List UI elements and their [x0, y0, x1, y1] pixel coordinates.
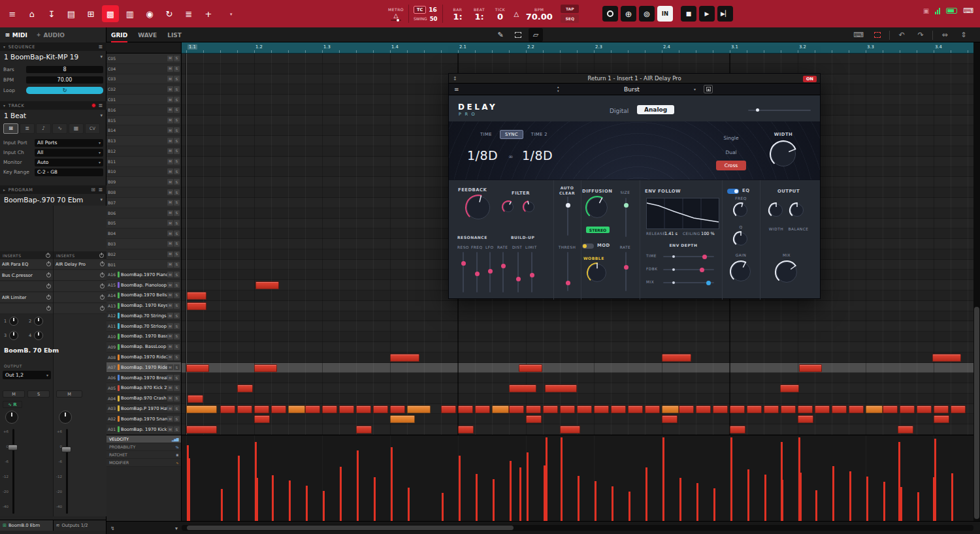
velocity-bar[interactable]: [357, 450, 359, 521]
home-icon[interactable]: ⌂: [24, 5, 41, 22]
row-solo-button[interactable]: S: [174, 189, 180, 195]
automation-lane-icon[interactable]: ↯: [110, 526, 115, 531]
ceiling-value[interactable]: 100 %: [701, 231, 715, 236]
insert-slot[interactable]: AIR Para EQ: [0, 259, 53, 270]
diffusion-knob[interactable]: [585, 195, 610, 223]
tab-outputs-strip[interactable]: ≋ Outputs 1/2: [54, 520, 107, 531]
midi-note[interactable]: [186, 405, 217, 413]
row-mute-button[interactable]: M: [167, 385, 173, 391]
row-solo-button[interactable]: S: [174, 426, 180, 432]
filter-low-knob[interactable]: [501, 200, 515, 217]
env-follow-graph[interactable]: [646, 198, 719, 229]
track-row[interactable]: A11BoomBap.70 StrloopMS: [106, 321, 181, 332]
row-mute-button[interactable]: M: [167, 282, 173, 288]
midi-note[interactable]: [509, 385, 536, 392]
midi-note[interactable]: [560, 405, 575, 413]
midi-note[interactable]: [373, 405, 388, 413]
lane-tab-probability[interactable]: PROBABILITY%: [106, 443, 181, 451]
row-solo-button[interactable]: S: [174, 282, 180, 288]
velocity-bar[interactable]: [898, 442, 900, 521]
row-mute-button[interactable]: M: [167, 262, 173, 268]
tick-value[interactable]: 0: [497, 12, 503, 21]
track-row[interactable]: C02MS: [106, 84, 181, 95]
tc-button[interactable]: TC: [414, 6, 426, 14]
row-solo-button[interactable]: S: [174, 148, 180, 154]
velocity-bar[interactable]: [340, 467, 342, 521]
power-icon[interactable]: [46, 262, 51, 266]
track-row[interactable]: C03MS: [106, 74, 181, 85]
midi-note[interactable]: [662, 415, 678, 423]
knob[interactable]: [34, 331, 43, 340]
row-solo-button[interactable]: S: [174, 138, 180, 144]
row-mute-button[interactable]: M: [167, 86, 173, 92]
scrollbar-thumb[interactable]: [974, 307, 979, 519]
link-icon[interactable]: ∞: [508, 153, 514, 160]
row-mute-button[interactable]: M: [167, 334, 173, 339]
keyboard-audition-icon[interactable]: ⌨: [851, 28, 866, 42]
zoom-horizontal-icon[interactable]: ⇔: [938, 28, 952, 42]
program-menu-icon[interactable]: ≣: [99, 187, 103, 193]
midi-note[interactable]: [611, 405, 626, 413]
chevron-down-icon[interactable]: ▾: [3, 103, 6, 108]
bars-field[interactable]: 8: [26, 66, 103, 73]
grid-row-lane[interactable]: [182, 383, 973, 394]
overdub-button[interactable]: ⊕: [621, 6, 636, 22]
lane-tab-modifier[interactable]: MODIFIER∿: [106, 459, 181, 467]
add-view-icon[interactable]: +: [200, 5, 217, 22]
auto-clear-slider[interactable]: [567, 196, 568, 236]
velocity-bar[interactable]: [527, 452, 529, 521]
midi-note[interactable]: [390, 354, 419, 362]
midi-note[interactable]: [866, 405, 883, 413]
grid-row-lane[interactable]: [182, 321, 973, 332]
row-solo-button[interactable]: S: [174, 303, 180, 309]
midi-note[interactable]: [322, 405, 337, 413]
freq-slider[interactable]: [476, 252, 478, 292]
midi-note[interactable]: [628, 405, 643, 413]
output-select[interactable]: Out 1,2 ▾: [3, 371, 51, 379]
track-row[interactable]: A01BoomBap. 1970 KickMS: [106, 424, 181, 435]
row-solo-button[interactable]: S: [174, 200, 180, 206]
row-solo-button[interactable]: S: [174, 118, 180, 123]
row-mute-button[interactable]: M: [167, 200, 173, 206]
insert-slot-empty[interactable]: [54, 304, 106, 314]
sampler-icon[interactable]: ◉: [141, 5, 158, 22]
program-mute-button[interactable]: M: [56, 390, 82, 398]
bpm-value[interactable]: 70.00: [526, 12, 553, 21]
row-mute-button[interactable]: M: [167, 426, 173, 432]
midi-note[interactable]: [339, 405, 354, 413]
save-preset-button[interactable]: [704, 85, 713, 93]
punch-in-button[interactable]: IN: [657, 6, 673, 22]
row-solo-button[interactable]: S: [174, 323, 180, 329]
record-quantize-button[interactable]: ⊚: [639, 6, 655, 22]
track-row[interactable]: B04MS: [106, 228, 181, 239]
fader-handle[interactable]: [61, 447, 71, 452]
play-button[interactable]: ▶: [699, 6, 715, 22]
insert-slot[interactable]: Bus C.pressor: [0, 270, 53, 281]
velocity-bar[interactable]: [323, 491, 325, 521]
velocity-bar[interactable]: [510, 484, 512, 521]
field-value[interactable]: Auto▾: [35, 159, 103, 166]
velocity-bar[interactable]: [408, 488, 410, 521]
macro-knob-4[interactable]: 4: [29, 331, 43, 340]
tap-tempo-icon[interactable]: △: [514, 10, 519, 18]
midi-note[interactable]: [526, 405, 541, 413]
eq-q-knob[interactable]: [732, 230, 749, 250]
chevron-right-icon[interactable]: ▸: [3, 187, 6, 192]
sequence-selector[interactable]: 1 BoomBap-Kit-MP 19 ▾: [0, 51, 106, 63]
velocity-bar[interactable]: [679, 478, 681, 521]
routing-dual[interactable]: Dual: [713, 149, 749, 155]
midi-note[interactable]: [186, 426, 217, 433]
row-solo-button[interactable]: S: [174, 405, 180, 411]
velocity-bar[interactable]: [476, 474, 478, 521]
scrollbar-thumb[interactable]: [187, 526, 514, 530]
row-mute-button[interactable]: M: [167, 76, 173, 82]
view-tab-grid[interactable]: GRID: [111, 27, 127, 42]
filter-high-knob[interactable]: [522, 200, 536, 217]
row-mute-button[interactable]: M: [167, 344, 173, 350]
track-selector[interactable]: 1 Beat ▾: [0, 110, 106, 121]
velocity-bar[interactable]: [934, 439, 936, 521]
velocity-bar[interactable]: [781, 480, 783, 521]
midi-keyboard-icon[interactable]: ⌨: [963, 7, 973, 15]
insert-slot-empty[interactable]: [54, 270, 106, 281]
midi-note[interactable]: [509, 405, 524, 413]
